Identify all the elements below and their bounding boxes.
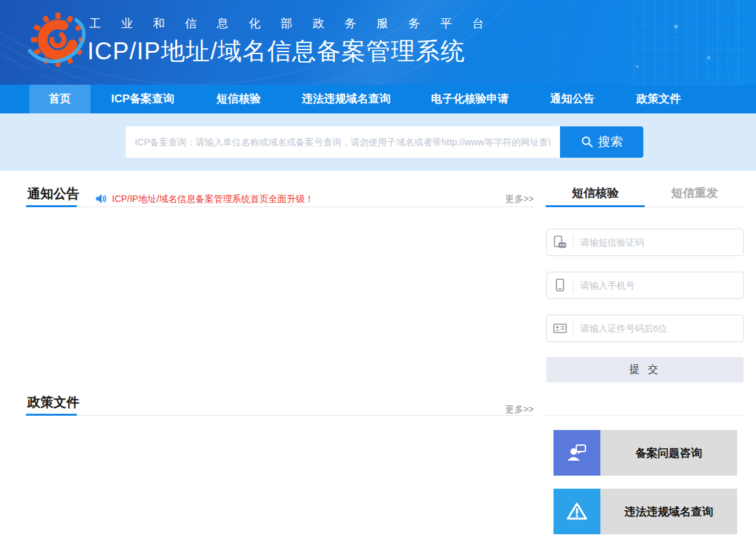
policies-more-link[interactable]: 更多>>	[505, 404, 534, 416]
submit-button[interactable]: 提 交	[546, 357, 744, 382]
notices-more-link[interactable]: 更多>>	[505, 194, 534, 205]
page-root: 工业和信息化部政务服务平台 ICP/IP地址/域名信息备案管理系统 首页 ICP…	[0, 0, 756, 546]
consult-label-bar: 备案问题咨询	[600, 430, 737, 476]
sms-code-field-wrap	[546, 229, 744, 256]
sms-code-input[interactable]	[574, 237, 743, 248]
policies-title-underline	[26, 414, 77, 416]
notices-section-title: 通知公告	[27, 185, 79, 203]
mobile-input[interactable]	[574, 280, 743, 291]
notice-item-link[interactable]: ICP/IP地址/域名信息备案管理系统首页全面升级！	[112, 194, 314, 205]
tab-sms-verify[interactable]: 短信核验	[546, 185, 645, 201]
left-column: 通知公告 ICP/IP地址/域名信息备案管理系统首页全面升级！ 更多>> 政策文…	[27, 0, 534, 546]
illegal-domain-label-bar: 违法违规域名查询	[600, 489, 737, 534]
sms-code-icon	[547, 235, 573, 250]
policies-section-title: 政策文件	[27, 394, 79, 411]
sms-verify-panel: 短信核验 短信重发	[546, 0, 744, 546]
warning-icon	[553, 489, 600, 534]
mobile-icon	[547, 278, 573, 293]
consult-icon	[553, 430, 600, 476]
consult-label: 备案问题咨询	[636, 446, 702, 461]
id-number-field-wrap	[546, 315, 744, 342]
notices-divider	[27, 207, 534, 207]
mobile-field-wrap	[546, 272, 744, 299]
active-tab-underline	[546, 205, 645, 207]
illegal-domain-quick-link[interactable]: 违法违规域名查询	[553, 489, 737, 534]
panel-divider	[546, 415, 744, 416]
sms-panel-tabs: 短信核验 短信重发	[546, 185, 744, 201]
consult-quick-link[interactable]: 备案问题咨询	[553, 430, 737, 476]
policies-divider	[27, 415, 534, 416]
illegal-domain-label: 违法违规域名查询	[624, 504, 713, 519]
id-number-input[interactable]	[574, 323, 743, 334]
notices-title-underline	[26, 205, 77, 207]
tab-sms-resend[interactable]: 短信重发	[645, 185, 745, 201]
id-card-icon	[547, 321, 573, 336]
speaker-icon	[95, 193, 107, 205]
